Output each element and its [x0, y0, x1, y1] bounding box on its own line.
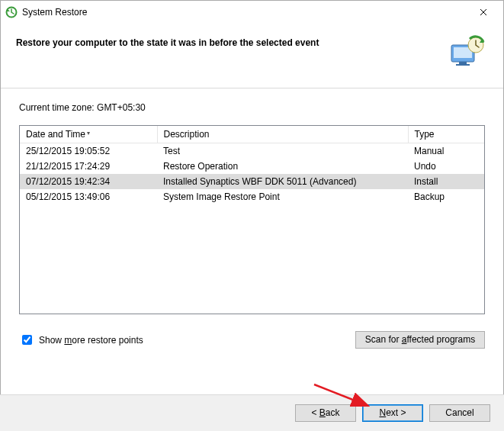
column-header-datetime[interactable]: Date and Time ▾	[20, 126, 157, 143]
table-cell-datetime: 05/12/2015 13:49:06	[20, 189, 157, 204]
back-button[interactable]: < Back	[295, 404, 356, 422]
next-button[interactable]: Next >	[362, 404, 423, 422]
cancel-button[interactable]: Cancel	[429, 404, 490, 422]
column-header-description[interactable]: Description	[157, 126, 408, 143]
table-cell-description: Test	[157, 143, 408, 159]
restore-hero-icon	[448, 34, 485, 71]
footer-buttons: < Back Next > Cancel	[0, 394, 504, 431]
content-area: Current time zone: GMT+05:30 Date and Ti…	[1, 88, 503, 349]
table-cell-description: Installed Synaptics WBF DDK 5011 (Advanc…	[157, 174, 408, 189]
header: Restore your computer to the state it wa…	[1, 24, 503, 88]
svg-rect-4	[456, 64, 470, 66]
table-row[interactable]: 21/12/2015 17:24:29Restore OperationUndo	[20, 159, 484, 174]
window-title: System Restore	[22, 7, 468, 18]
column-header-type[interactable]: Type	[408, 126, 484, 143]
table-row[interactable]: 05/12/2015 13:49:06System Image Restore …	[20, 189, 484, 204]
system-restore-icon	[5, 6, 18, 18]
table-cell-description: System Image Restore Point	[157, 189, 408, 204]
show-more-label: Show more restore points	[39, 335, 143, 346]
restore-points-table[interactable]: Date and Time ▾ Description Type 25/12/2…	[19, 125, 485, 314]
table-cell-type: Undo	[408, 159, 484, 174]
table-cell-datetime: 07/12/2015 19:42:34	[20, 174, 157, 189]
timezone-label: Current time zone: GMT+05:30	[19, 102, 485, 113]
table-cell-type: Manual	[408, 143, 484, 159]
table-cell-datetime: 21/12/2015 17:24:29	[20, 159, 157, 174]
table-cell-type: Backup	[408, 189, 484, 204]
show-more-checkbox[interactable]: Show more restore points	[19, 333, 143, 347]
sort-indicator-icon: ▾	[87, 130, 90, 137]
close-button[interactable]	[468, 2, 499, 23]
table-row[interactable]: 25/12/2015 19:05:52TestManual	[20, 143, 484, 159]
table-row[interactable]: 07/12/2015 19:42:34Installed Synaptics W…	[20, 174, 484, 189]
titlebar: System Restore	[1, 1, 503, 24]
scan-affected-button[interactable]: Scan for affected programs	[355, 331, 485, 349]
page-headline: Restore your computer to the state it wa…	[16, 34, 448, 48]
column-header-datetime-label: Date and Time	[26, 129, 85, 140]
svg-rect-3	[459, 62, 467, 64]
show-more-checkbox-input[interactable]	[22, 335, 32, 345]
table-cell-type: Install	[408, 174, 484, 189]
table-cell-datetime: 25/12/2015 19:05:52	[20, 143, 157, 159]
table-cell-description: Restore Operation	[157, 159, 408, 174]
